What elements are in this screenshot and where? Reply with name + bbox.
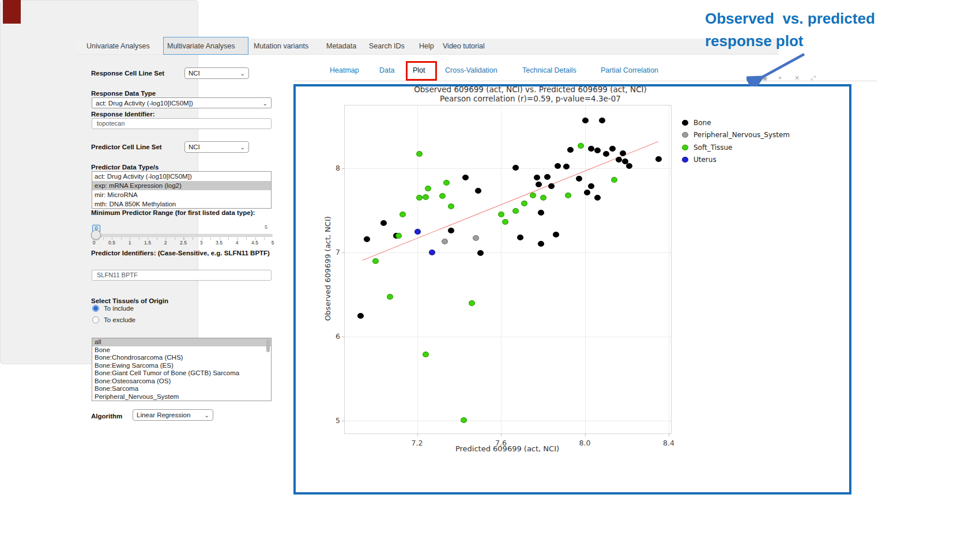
nav-tab-help[interactable]: Help: [419, 42, 434, 50]
data-point-uterus[interactable]: [414, 229, 421, 235]
data-point-soft_tissue[interactable]: [521, 201, 527, 206]
tissue-option[interactable]: Bone: [92, 346, 271, 354]
tab-data[interactable]: Data: [379, 66, 394, 74]
data-point-soft_tissue[interactable]: [395, 233, 402, 239]
data-point-bone[interactable]: [517, 235, 523, 240]
data-point-soft_tissue[interactable]: [512, 208, 519, 214]
data-point-soft_tissue[interactable]: [439, 193, 446, 199]
data-point-bone[interactable]: [538, 241, 544, 247]
data-point-bone[interactable]: [555, 163, 561, 169]
tab-technical-details[interactable]: Technical Details: [522, 66, 576, 74]
to-include-radio[interactable]: [92, 305, 99, 312]
data-point-bone[interactable]: [603, 151, 609, 157]
to-exclude-radio[interactable]: [92, 316, 99, 323]
data-point-bone[interactable]: [553, 232, 559, 237]
data-point-soft_tissue[interactable]: [443, 180, 450, 186]
data-point-bone[interactable]: [594, 148, 601, 153]
data-point-bone[interactable]: [448, 228, 454, 233]
data-point-bone[interactable]: [584, 190, 590, 195]
data-point-soft_tissue[interactable]: [461, 417, 467, 423]
tab-cross-validation[interactable]: Cross-Validation: [445, 66, 497, 74]
algorithm-select[interactable]: Linear Regression ⌄: [133, 409, 213, 421]
data-point-soft_tissue[interactable]: [387, 294, 393, 300]
data-point-bone[interactable]: [599, 118, 605, 123]
data-point-bone[interactable]: [536, 182, 542, 187]
predictor-cell-line-set-select[interactable]: NCI ⌄: [184, 141, 249, 153]
data-point-bone[interactable]: [576, 176, 582, 182]
tissue-option[interactable]: Peripheral_Nervous_System: [92, 393, 271, 401]
data-point-soft_tissue[interactable]: [423, 194, 429, 200]
data-point-bone[interactable]: [544, 174, 551, 180]
data-point-soft_tissue[interactable]: [498, 212, 504, 217]
min-predictor-range-slider[interactable]: [92, 234, 273, 237]
nav-tab-video-tutorial[interactable]: Video tutorial: [443, 42, 485, 50]
data-point-bone[interactable]: [588, 146, 594, 152]
predictor-data-type-option[interactable]: mir: MicroRNA: [92, 190, 271, 199]
data-point-peripheral_nervous_system[interactable]: [442, 239, 448, 244]
tissue-option[interactable]: Bone:Chondrosarcoma (CHS): [92, 354, 271, 362]
predictor-identifiers-input[interactable]: SLFN11 BPTF: [92, 270, 272, 281]
data-point-soft_tissue[interactable]: [540, 195, 546, 201]
data-point-soft_tissue[interactable]: [448, 203, 454, 209]
nav-tab-metadata[interactable]: Metadata: [326, 42, 356, 50]
data-point-bone[interactable]: [364, 236, 370, 242]
data-point-soft_tissue[interactable]: [611, 177, 617, 183]
data-point-soft_tissue[interactable]: [372, 258, 379, 264]
data-point-soft_tissue[interactable]: [416, 151, 423, 157]
data-point-soft_tissue[interactable]: [423, 352, 429, 357]
data-point-bone[interactable]: [357, 313, 364, 319]
autoscale-icon[interactable]: ⤢: [811, 74, 816, 82]
data-point-bone[interactable]: [534, 175, 540, 180]
data-point-bone[interactable]: [609, 146, 616, 152]
scatter-plot-panel[interactable]: 7.27.68.08.45678: [344, 105, 672, 434]
response-cell-line-set-select[interactable]: NCI ⌄: [184, 67, 249, 79]
data-point-soft_tissue[interactable]: [399, 212, 406, 217]
data-point-bone[interactable]: [655, 156, 662, 162]
legend-item[interactable]: Bone: [682, 116, 790, 129]
response-identifier-input[interactable]: topotecan: [92, 118, 272, 129]
tissue-option[interactable]: Bone:Sarcoma: [92, 385, 271, 393]
data-point-bone[interactable]: [380, 220, 387, 226]
tissue-option[interactable]: Bone:Giant Cell Tumor of Bone (GCTB) Sar…: [92, 369, 271, 378]
data-point-bone[interactable]: [567, 147, 574, 153]
data-point-bone[interactable]: [626, 163, 632, 169]
tissue-option[interactable]: Bone:Ewing Sarcoma (ES): [92, 362, 271, 370]
data-point-bone[interactable]: [462, 175, 469, 180]
legend-item[interactable]: Soft_Tissue: [682, 141, 790, 154]
nav-tab-mutation-variants[interactable]: Mutation variants: [254, 42, 308, 50]
data-point-soft_tissue[interactable]: [469, 300, 475, 306]
nav-tab-multivariate-analyses[interactable]: Multivariate Analyses: [167, 42, 235, 50]
predictor-data-type-option[interactable]: exp: mRNA Expression (log2): [92, 181, 271, 190]
tab-partial-correlation[interactable]: Partial Correlation: [601, 66, 658, 74]
data-point-soft_tissue[interactable]: [530, 193, 536, 198]
predictor-data-type-option[interactable]: mth: DNA 850K Methylation: [92, 199, 271, 209]
data-point-bone[interactable]: [594, 195, 601, 201]
data-point-bone[interactable]: [616, 157, 622, 163]
data-point-bone[interactable]: [620, 150, 626, 156]
data-point-peripheral_nervous_system[interactable]: [473, 235, 479, 241]
predictor-data-types-listbox[interactable]: act: Drug Activity (-log10[IC50M])exp: m…: [92, 171, 272, 209]
data-point-soft_tissue[interactable]: [565, 193, 571, 198]
data-point-bone[interactable]: [563, 164, 570, 169]
data-point-uterus[interactable]: [429, 250, 435, 255]
predictor-data-type-option[interactable]: act: Drug Activity (-log10[IC50M]): [92, 172, 271, 181]
scrollbar-thumb[interactable]: [266, 339, 270, 352]
response-data-type-select[interactable]: act: Drug Activity (-log10[IC50M]) ⌄: [92, 97, 272, 108]
tissue-listbox[interactable]: allBoneBone:Chondrosarcoma (CHS)Bone:Ewi…: [92, 338, 272, 401]
data-point-bone[interactable]: [538, 210, 544, 216]
data-point-bone[interactable]: [512, 165, 519, 171]
data-point-soft_tissue[interactable]: [578, 143, 584, 149]
data-point-bone[interactable]: [475, 188, 481, 194]
data-point-bone[interactable]: [582, 118, 589, 123]
tissue-option[interactable]: all: [92, 338, 271, 346]
data-point-soft_tissue[interactable]: [502, 219, 508, 225]
legend-item[interactable]: Uterus: [682, 154, 790, 167]
data-point-soft_tissue[interactable]: [416, 195, 423, 201]
tab-heatmap[interactable]: Heatmap: [330, 66, 359, 74]
nav-tab-univariate-analyses[interactable]: Univariate Analyses: [86, 42, 150, 50]
data-point-bone[interactable]: [588, 183, 594, 189]
nav-tab-search-ids[interactable]: Search IDs: [369, 42, 405, 50]
data-point-bone[interactable]: [548, 183, 555, 189]
legend-item[interactable]: Peripheral_Nervous_System: [682, 129, 790, 142]
data-point-bone[interactable]: [477, 250, 484, 256]
